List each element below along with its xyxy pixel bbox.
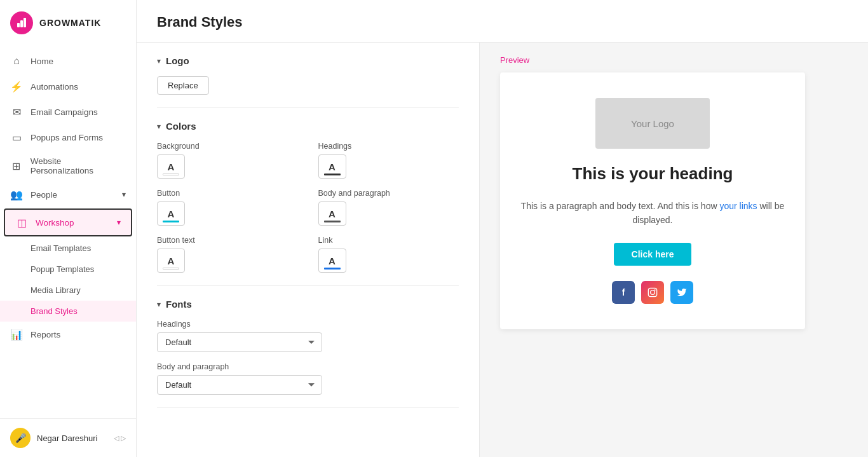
color-swatch-link[interactable]: A [318,249,346,273]
sidebar-item-popup-templates[interactable]: Popup Templates [0,259,136,280]
nav-label-reports: Reports [31,330,60,339]
nav-label-website: Website Personalizations [31,156,126,175]
sidebar-item-brand-styles[interactable]: Brand Styles [0,301,136,322]
font-select-body[interactable]: Default [157,375,322,395]
colors-section: ▾ Colors Background A Headings [157,108,459,286]
popup-templates-label: Popup Templates [31,264,94,274]
font-label-headings: Headings [157,320,459,329]
settings-panel: ▾ Logo Replace ▾ Colors Background A [137,43,480,457]
colors-chevron-icon: ▾ [157,122,161,131]
sidebar-item-workshop[interactable]: ◫ Workshop ▾ [4,208,132,236]
page-header: Brand Styles [137,0,868,43]
color-bar-link [324,268,341,269]
sidebar-nav: ⌂ Home ⚡ Automations ✉ Email Campaigns ▭… [0,46,136,418]
color-item-button-text: Button text A [157,236,298,273]
svg-rect-1 [20,20,23,27]
color-label-button-text: Button text [157,236,298,245]
user-profile[interactable]: 🎤 Negar Dareshuri ◁ ▷ [0,418,136,457]
main-body: ▾ Logo Replace ▾ Colors Background A [137,43,868,457]
fonts-section: ▾ Fonts Headings Default Body and paragr… [157,286,459,408]
logo-chevron-icon: ▾ [157,57,161,65]
sidebar-item-automations[interactable]: ⚡ Automations [0,74,136,99]
color-bar-headings [324,174,341,175]
color-bar-background [163,174,179,175]
color-swatch-button[interactable]: A [157,201,185,226]
nav-label-email: Email Campaigns [31,107,98,117]
svg-point-4 [651,290,655,294]
workshop-sub-nav: Email Templates Popup Templates Media Li… [0,238,136,322]
automations-icon: ⚡ [10,80,23,93]
media-library-label: Media Library [31,285,81,295]
nav-label-workshop: Workshop [36,218,74,228]
logo-section: ▾ Logo Replace [157,43,459,108]
nav-label-automations: Automations [31,82,78,92]
facebook-icon: f [612,281,635,304]
avatar: 🎤 [10,428,31,448]
reports-icon: 📊 [10,328,23,341]
svg-rect-0 [17,23,20,27]
nav-label-popups: Popups and Forms [31,133,103,142]
sidebar-item-email-templates[interactable]: Email Templates [0,238,136,259]
fonts-section-header[interactable]: ▾ Fonts [157,299,459,310]
colors-section-header[interactable]: ▾ Colors [157,121,459,132]
people-icon: 👥 [10,188,23,201]
colors-section-title: Colors [166,121,196,132]
color-swatch-background[interactable]: A [157,154,185,179]
email-icon: ✉ [10,106,23,118]
preview-paragraph: This is a paragraph and body text. And t… [519,199,786,228]
sidebar-item-email-campaigns[interactable]: ✉ Email Campaigns [0,99,136,125]
svg-rect-3 [648,288,656,296]
sidebar-item-popups[interactable]: ▭ Popups and Forms [0,125,136,150]
font-select-headings[interactable]: Default [157,332,322,352]
preview-button[interactable]: Click here [614,243,692,266]
color-swatch-button-text[interactable]: A [157,249,185,273]
social-icons: f [612,281,693,304]
color-swatch-headings[interactable]: A [318,154,346,179]
font-label-body: Body and paragraph [157,362,459,371]
fonts-chevron-icon: ▾ [157,300,161,309]
color-bar-body [324,221,341,222]
preview-card: Your Logo This is your heading This is a… [500,72,805,329]
logo-section-header[interactable]: ▾ Logo [157,55,459,66]
twitter-icon [670,281,693,304]
sidebar-item-home[interactable]: ⌂ Home [0,48,136,74]
svg-point-5 [654,289,656,290]
main-content: Brand Styles ▾ Logo Replace ▾ Colors [137,0,868,457]
color-label-button: Button [157,189,298,198]
website-icon: ⊞ [10,160,23,172]
replace-logo-button[interactable]: Replace [157,76,209,95]
preview-logo: Your Logo [595,98,710,149]
chevron-down-icon: ▾ [122,190,126,199]
sidebar-item-website[interactable]: ⊞ Website Personalizations [0,150,136,182]
color-item-background: Background A [157,142,298,179]
color-label-headings: Headings [318,142,459,151]
svg-rect-2 [24,18,26,27]
color-label-background: Background [157,142,298,151]
preview-link[interactable]: your links [719,201,757,211]
color-label-link: Link [318,236,459,245]
font-item-headings: Headings Default [157,320,459,352]
app-name: GROWMATIK [39,18,101,28]
color-item-body: Body and paragraph A [318,189,459,226]
fonts-grid: Headings Default Body and paragraph Defa… [157,320,459,395]
brand-styles-label: Brand Styles [31,306,78,316]
color-swatch-body[interactable]: A [318,201,346,226]
color-bar-button-text [163,268,179,269]
color-item-link: Link A [318,236,459,273]
preview-heading: This is your heading [573,164,733,184]
sidebar-item-reports[interactable]: 📊 Reports [0,322,136,347]
color-label-body: Body and paragraph [318,189,459,198]
email-templates-label: Email Templates [31,243,91,253]
color-bar-button [163,221,179,222]
sidebar: GROWMATIK ⌂ Home ⚡ Automations ✉ Email C… [0,0,137,457]
nav-label-people: People [31,190,57,200]
sidebar-logo[interactable]: GROWMATIK [0,0,136,46]
sidebar-item-people[interactable]: 👥 People ▾ [0,182,136,207]
sidebar-item-media-library[interactable]: Media Library [0,280,136,301]
home-icon: ⌂ [10,55,23,67]
fonts-section-title: Fonts [166,299,192,310]
nav-label-home: Home [31,57,53,66]
font-item-body: Body and paragraph Default [157,362,459,395]
app-logo-icon [10,11,33,34]
color-item-button: Button A [157,189,298,226]
